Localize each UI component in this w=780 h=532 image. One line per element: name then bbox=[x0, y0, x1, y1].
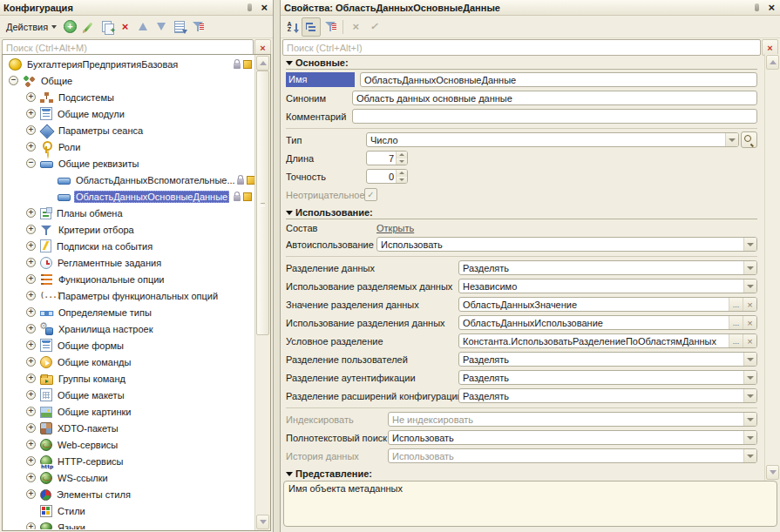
length-stepper[interactable]: 7 bbox=[366, 151, 408, 165]
category-view-button[interactable] bbox=[302, 17, 321, 37]
prop-label[interactable]: История данных bbox=[286, 451, 388, 461]
section-presentation[interactable]: Представление: bbox=[286, 466, 757, 480]
expand-icon[interactable] bbox=[26, 274, 36, 284]
scroll-up-icon[interactable] bbox=[766, 55, 779, 70]
tree-item-event-subscriptions[interactable]: Подписки на события bbox=[3, 238, 254, 254]
scroll-up-icon[interactable] bbox=[256, 56, 269, 71]
scroll-down-icon[interactable] bbox=[766, 465, 779, 480]
nonnegative-checkbox[interactable] bbox=[364, 188, 377, 201]
tree-item-common-attributes[interactable]: Общие реквизиты bbox=[3, 155, 254, 172]
shared-data-use-combo[interactable]: Независимо bbox=[458, 279, 757, 293]
ellipsis-button[interactable] bbox=[729, 298, 743, 311]
expand-icon[interactable] bbox=[26, 291, 36, 300]
dropdown-icon[interactable] bbox=[743, 238, 756, 251]
collapse-icon[interactable] bbox=[9, 76, 18, 85]
expand-icon[interactable] bbox=[26, 225, 36, 234]
add-button[interactable] bbox=[61, 18, 78, 36]
tree-item-web-services[interactable]: Web-сервисы bbox=[3, 436, 254, 453]
expand-icon[interactable] bbox=[26, 109, 36, 118]
auto-use-combo[interactable]: Использовать bbox=[376, 237, 757, 252]
apply-button[interactable] bbox=[365, 18, 383, 36]
clear-icon[interactable] bbox=[743, 316, 756, 329]
tree-scrollbar[interactable] bbox=[254, 55, 270, 530]
section-main[interactable]: Основные: bbox=[286, 55, 757, 70]
prop-label[interactable]: Полнотекстовый поиск bbox=[286, 433, 388, 443]
tree-item-settings-storages[interactable]: Хранилища настроек bbox=[3, 320, 254, 337]
scrollbar-thumb[interactable] bbox=[256, 71, 269, 335]
tree-item-common-pictures[interactable]: Общие картинки bbox=[3, 403, 254, 420]
dropdown-icon[interactable] bbox=[725, 133, 738, 146]
pin-icon[interactable] bbox=[248, 3, 252, 11]
filter-button[interactable] bbox=[189, 18, 207, 36]
prop-label[interactable]: Точность bbox=[286, 172, 366, 182]
tree-item-http-services[interactable]: HTTP-сервисы bbox=[3, 453, 254, 469]
prop-label[interactable]: Индексировать bbox=[286, 414, 388, 425]
open-content-link[interactable]: Открыть bbox=[376, 223, 414, 233]
data-history-combo[interactable]: Использовать bbox=[388, 448, 757, 463]
fulltext-search-combo[interactable]: Использовать bbox=[388, 430, 757, 445]
comment-input[interactable] bbox=[352, 109, 757, 124]
prop-label[interactable]: Комментарий bbox=[286, 111, 352, 122]
expand-icon[interactable] bbox=[26, 440, 36, 449]
tree-item-style-items[interactable]: Элементы стиля bbox=[3, 486, 254, 502]
expand-icon[interactable] bbox=[26, 241, 36, 251]
auth-separation-combo[interactable]: Разделять bbox=[458, 370, 757, 385]
tree-item-common-forms[interactable]: Общие формы bbox=[3, 337, 254, 354]
cancel-button[interactable] bbox=[347, 18, 364, 36]
filter-properties-button[interactable] bbox=[322, 18, 339, 36]
tree-item-exchange-plans[interactable]: Планы обмена bbox=[3, 205, 254, 221]
pin-icon[interactable] bbox=[755, 3, 759, 11]
tree-item-command-groups[interactable]: Группы команд bbox=[3, 370, 254, 387]
delete-button[interactable] bbox=[116, 18, 133, 36]
expand-icon[interactable] bbox=[26, 324, 36, 333]
tree-item-functional-options[interactable]: Функциональные опции bbox=[3, 271, 254, 287]
expand-icon[interactable] bbox=[26, 456, 36, 466]
extension-separation-combo[interactable]: Разделять bbox=[458, 388, 757, 403]
move-up-button[interactable] bbox=[134, 18, 152, 36]
expand-icon[interactable] bbox=[26, 407, 36, 416]
tree-item-defined-types[interactable]: Определяемые типы bbox=[3, 304, 254, 320]
expand-icon[interactable] bbox=[26, 125, 36, 135]
tree-item-xdto-packages[interactable]: XDTO-пакеты bbox=[3, 420, 254, 436]
expand-icon[interactable] bbox=[26, 142, 36, 152]
separation-value-field[interactable]: ОбластьДанныхЗначение bbox=[458, 297, 757, 312]
expand-icon[interactable] bbox=[26, 208, 36, 218]
expand-icon[interactable] bbox=[26, 92, 36, 102]
type-lookup-button[interactable] bbox=[741, 131, 757, 148]
dropdown-icon[interactable] bbox=[743, 389, 756, 402]
dropdown-icon[interactable] bbox=[743, 353, 756, 366]
sort-list-button[interactable] bbox=[171, 18, 188, 36]
name-input[interactable]: ОбластьДанныхОсновныеДанные bbox=[360, 72, 757, 87]
expand-icon[interactable] bbox=[26, 258, 36, 267]
conditional-separation-field[interactable]: Константа.ИспользоватьРазделениеПоОбласт… bbox=[458, 333, 757, 348]
prop-label[interactable]: Разделение расширений конфигурации bbox=[286, 391, 458, 401]
prop-label[interactable]: Разделение пользователей bbox=[286, 354, 458, 365]
move-down-button[interactable] bbox=[153, 18, 170, 36]
expand-icon[interactable] bbox=[26, 473, 36, 482]
clear-icon[interactable] bbox=[743, 298, 756, 311]
close-icon[interactable]: × bbox=[259, 2, 269, 13]
precision-stepper[interactable]: 0 bbox=[366, 169, 408, 184]
tree-item-common-modules[interactable]: Общие модули bbox=[3, 105, 254, 122]
tree-item-styles[interactable]: Стили bbox=[3, 502, 254, 519]
ellipsis-button[interactable] bbox=[729, 334, 743, 347]
tree-item-filter-criteria[interactable]: Критерии отбора bbox=[3, 221, 254, 238]
expand-icon[interactable] bbox=[26, 307, 36, 317]
expand-icon[interactable] bbox=[26, 374, 36, 383]
copy-button[interactable] bbox=[98, 18, 115, 36]
tree-item-common-commands[interactable]: Общие команды bbox=[3, 354, 254, 370]
prop-label-selected[interactable]: Имя bbox=[286, 72, 355, 87]
spin-up-icon[interactable] bbox=[397, 152, 407, 158]
tree-item-functional-option-parameters[interactable]: Параметры функциональных опций bbox=[3, 287, 254, 304]
dropdown-icon[interactable] bbox=[743, 449, 756, 462]
spin-down-icon[interactable] bbox=[397, 158, 407, 165]
ellipsis-button[interactable] bbox=[729, 316, 743, 329]
data-separation-combo[interactable]: Разделять bbox=[458, 260, 757, 275]
tree-item-session-parameters[interactable]: Параметры сеанса bbox=[3, 122, 254, 138]
dropdown-icon[interactable] bbox=[743, 261, 756, 274]
sort-alphabetical-button[interactable]: AZ bbox=[283, 18, 301, 36]
tree-item-scheduled-jobs[interactable]: Регламентные задания bbox=[3, 254, 254, 271]
properties-scrollbar[interactable] bbox=[764, 54, 780, 481]
prop-label[interactable]: Состав bbox=[286, 223, 376, 233]
actions-button[interactable]: Действия bbox=[3, 18, 60, 36]
